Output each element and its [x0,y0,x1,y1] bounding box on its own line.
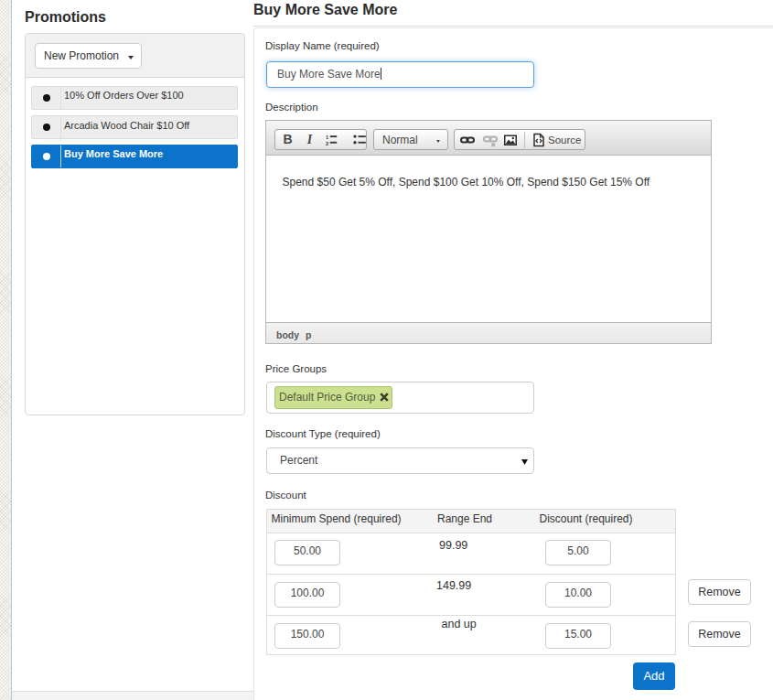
svg-text:1: 1 [326,135,329,140]
svg-text:2: 2 [326,141,328,146]
